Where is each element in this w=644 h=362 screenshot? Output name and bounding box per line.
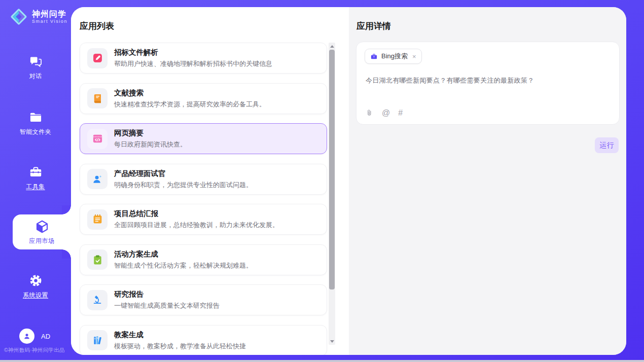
- sidebar-item-chat[interactable]: 对话: [0, 55, 71, 81]
- scroll-down-arrow[interactable]: [329, 338, 335, 345]
- tag-close-icon[interactable]: ×: [412, 53, 416, 60]
- run-button[interactable]: 运行: [595, 137, 619, 153]
- webpage-icon: [92, 133, 103, 144]
- user-name: AD: [41, 333, 50, 340]
- app-frame: 神州问学 Smart Vision 对话 智能文件夹 工具集 应用市场 系统设置…: [0, 0, 644, 360]
- sidebar-item-label: 工具集: [26, 183, 45, 191]
- app-detail-title: 应用详情: [356, 20, 391, 32]
- query-input[interactable]: 今日湖北有哪些新闻要点？有哪些需要关注的最新政策？: [366, 76, 610, 86]
- paperclip-icon[interactable]: [365, 108, 374, 117]
- app-card[interactable]: 招标文件解析 帮助用户快速、准确地理解和解析招标书中的关键信息: [80, 43, 327, 74]
- folder-icon: [29, 111, 43, 124]
- sidebar-item-toolset[interactable]: 工具集: [0, 165, 71, 191]
- sidebar-item-settings[interactable]: 系统设置: [0, 274, 71, 300]
- query-card[interactable]: Bing搜索 × 今日湖北有哪些新闻要点？有哪些需要关注的最新政策？ @#: [356, 42, 620, 125]
- chat-icon: [29, 55, 43, 68]
- briefcase-icon: [370, 53, 378, 60]
- sidebar-footer: ©神州数码·神州问学出品: [4, 347, 65, 354]
- app-icon-box: [87, 48, 108, 68]
- app-card-title: 文献搜索: [114, 88, 266, 98]
- app-card[interactable]: 活动方案生成 智能生成个性化活动方案，轻松解决规划难题。: [80, 244, 327, 275]
- app-card-title: 网页摘要: [114, 128, 187, 138]
- app-card-title: 产品经理面试官: [114, 169, 253, 178]
- user-icon: [22, 332, 31, 341]
- tool-tag-bing[interactable]: Bing搜索 ×: [365, 49, 422, 64]
- cube-icon: [34, 219, 50, 234]
- app-card-desc: 每日政府新闻资讯快查。: [114, 140, 187, 149]
- app-card-desc: 全面回顾项目进展，总结经验教训，助力未来优化发展。: [114, 221, 279, 230]
- app-card[interactable]: 文献搜索 快速精准查找学术资源，提高研究效率的必备工具。: [80, 83, 327, 114]
- app-card-title: 招标文件解析: [114, 48, 272, 57]
- app-card[interactable]: 研究报告 一键智能生成高质量长文本研究报告: [80, 284, 327, 315]
- brand-name: 神州问学: [32, 10, 67, 19]
- toolbox-icon: [29, 165, 43, 179]
- app-card-desc: 明确身份和职责，为您提供专业性的面试问题。: [114, 180, 253, 190]
- app-card-title: 项目总结汇报: [114, 209, 279, 219]
- app-card-desc: 智能生成个性化活动方案，轻松解决规划难题。: [114, 261, 253, 270]
- app-icon-box: [87, 169, 108, 189]
- interviewer-icon: [92, 173, 103, 185]
- hash-icon[interactable]: #: [398, 109, 403, 117]
- app-card[interactable]: 产品经理面试官 明确身份和职责，为您提供专业性的面试问题。: [80, 164, 327, 195]
- app-icon-box: [87, 330, 108, 350]
- app-icon-box: [87, 290, 108, 310]
- scroll-thumb[interactable]: [329, 50, 335, 289]
- gear-icon: [29, 274, 43, 287]
- sidebar-item-smart-folder[interactable]: 智能文件夹: [0, 111, 71, 136]
- app-card[interactable]: 网页摘要 每日政府新闻资讯快查。: [80, 123, 327, 154]
- sidebar-item-app-market[interactable]: 应用市场: [13, 214, 71, 249]
- app-detail-panel: 应用详情 Bing搜索 × 今日湖北有哪些新闻要点？有哪些需要关注的最新政策？ …: [349, 7, 626, 355]
- sidebar-item-label: 系统设置: [23, 291, 48, 300]
- sidebar-item-label: 对话: [29, 72, 42, 81]
- app-list-panel: 应用列表 招标文件解析 帮助用户快速、准确地理解和解析招标书中的关键信息 文献搜…: [71, 7, 349, 355]
- app-card[interactable]: 项目总结汇报 全面回顾项目进展，总结经验教训，助力未来优化发展。: [80, 204, 327, 235]
- app-card-desc: 快速精准查找学术资源，提高研究效率的必备工具。: [114, 100, 266, 109]
- avatar[interactable]: [19, 329, 34, 344]
- diamond-logo-icon: [9, 7, 28, 26]
- sidebar-item-label: 应用市场: [29, 237, 55, 245]
- attachment-row: @#: [365, 108, 403, 117]
- clipboard-icon: [92, 254, 103, 266]
- user-row[interactable]: AD: [19, 329, 50, 344]
- app-icon-box: [87, 209, 108, 230]
- at-icon[interactable]: @: [382, 109, 390, 117]
- scrollbar: [329, 43, 335, 345]
- app-card[interactable]: 教案生成 模板驱动，教案秒成，教学准备从此轻松快捷: [80, 325, 327, 355]
- app-card-desc: 模板驱动，教案秒成，教学准备从此轻松快捷: [114, 342, 246, 351]
- main-container: 应用列表 招标文件解析 帮助用户快速、准确地理解和解析招标书中的关键信息 文献搜…: [71, 7, 626, 355]
- book-icon: [92, 93, 103, 104]
- edit-doc-icon: [92, 52, 103, 64]
- sidebar-item-label: 智能文件夹: [20, 128, 52, 136]
- sidebar: 神州问学 Smart Vision 对话 智能文件夹 工具集 应用市场 系统设置…: [0, 0, 71, 360]
- app-icon-box: [87, 249, 108, 270]
- brand-subtitle: Smart Vision: [32, 19, 67, 24]
- app-icon-box: [87, 88, 108, 108]
- note-icon: [92, 213, 103, 225]
- app-card-list: 招标文件解析 帮助用户快速、准确地理解和解析招标书中的关键信息 文献搜索 快速精…: [80, 43, 327, 355]
- app-card-title: 教案生成: [114, 330, 246, 340]
- app-list-title: 应用列表: [80, 20, 114, 32]
- research-icon: [92, 294, 103, 306]
- brand-logo: 神州问学 Smart Vision: [9, 7, 67, 26]
- app-card-title: 活动方案生成: [114, 249, 253, 259]
- app-card-desc: 一键智能生成高质量长文本研究报告: [114, 301, 220, 310]
- tool-tag-label: Bing搜索: [381, 52, 408, 61]
- app-icon-box: [87, 129, 108, 149]
- scroll-up-arrow[interactable]: [329, 43, 335, 50]
- app-card-desc: 帮助用户快速、准确地理解和解析招标书中的关键信息: [114, 59, 272, 68]
- app-card-title: 研究报告: [114, 289, 220, 299]
- books-icon: [92, 335, 103, 346]
